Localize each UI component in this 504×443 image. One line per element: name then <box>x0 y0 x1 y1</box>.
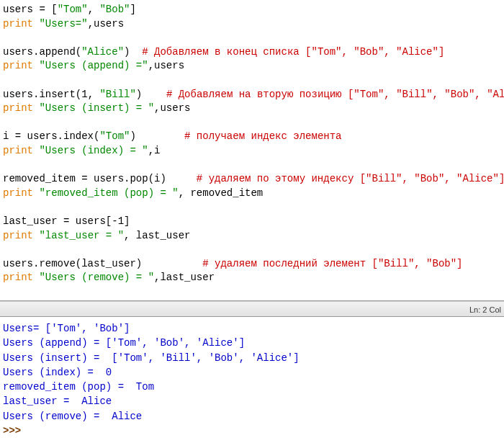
blank-line <box>3 116 501 130</box>
code-text: users = [ <box>3 4 58 15</box>
code-line: users.append("Alice") # Добавляем в коне… <box>3 45 501 60</box>
code-text: ) <box>124 46 142 58</box>
code-text: , <box>88 4 100 15</box>
code-line: print "Users=",users <box>3 17 501 32</box>
shell-prompt[interactable]: >>> <box>3 424 501 438</box>
code-text: ,i <box>148 145 161 156</box>
code-line: users.remove(last_user) # удаляем послед… <box>3 257 501 272</box>
code-line: users = ["Tom", "Bob"] <box>3 3 501 17</box>
blank-line <box>3 200 501 215</box>
code-text: ] <box>130 4 135 15</box>
code-text: users.remove(last_user) <box>3 258 202 269</box>
code-line: i = users.index("Tom") # получаем индекс… <box>3 130 501 144</box>
code-text: ,last_user <box>154 272 215 283</box>
output-line: Users (index) = 0 <box>3 365 501 380</box>
code-text: last_user = users[- <box>3 215 118 227</box>
code-text: users.append( <box>3 46 81 58</box>
code-text: ] <box>124 215 130 227</box>
blank-line <box>3 158 501 173</box>
keyword-print: print <box>3 272 33 283</box>
blank-line <box>3 31 501 45</box>
code-text: removed_item = users.pop(i) <box>3 173 197 184</box>
comment: # удаляем по этому индексу ["Bill", "Bob… <box>197 173 504 184</box>
number-literal: 1 <box>81 89 87 100</box>
code-text: ,users <box>88 18 124 30</box>
code-line: print "Users (remove) = ",last_user <box>3 271 501 285</box>
string-literal: "Bob" <box>99 4 130 15</box>
cursor-position: Ln: 2 Col <box>469 305 501 314</box>
string-literal: "Users (insert) = " <box>39 102 154 114</box>
blank-line <box>3 243 501 257</box>
output-line: Users= ['Tom', 'Bob'] <box>3 321 501 336</box>
code-text: i = users.index( <box>3 130 99 142</box>
code-line: print "Users (insert) = ",users <box>3 102 501 116</box>
keyword-print: print <box>3 18 33 30</box>
code-line: print "Users (index) = ",i <box>3 144 501 158</box>
output-line: Users (remove) = Alice <box>3 409 501 424</box>
comment: # Добавляем на вторую позицию ["Tom", "B… <box>166 89 504 100</box>
keyword-print: print <box>3 102 33 114</box>
comment: # получаем индекс элемента <box>184 130 341 142</box>
status-bar: Ln: 2 Col <box>0 301 504 317</box>
string-literal: "Tom" <box>99 130 130 142</box>
code-text: ,users <box>154 102 190 114</box>
code-text: , last_user <box>124 230 190 241</box>
output-line: Users (insert) = ['Tom', 'Bill', 'Bob', … <box>3 351 501 365</box>
comment: # удаляем последний элемент ["Bill", "Bo… <box>202 258 462 269</box>
code-line: print "removed_item (pop) = ", removed_i… <box>3 187 501 201</box>
keyword-print: print <box>3 145 33 156</box>
code-line: last_user = users[-1] <box>3 215 501 229</box>
keyword-print: print <box>3 230 33 241</box>
keyword-print: print <box>3 187 33 199</box>
code-text: ,users <box>148 60 184 71</box>
code-line: print "Users (append) =",users <box>3 59 501 73</box>
code-text: , <box>88 89 100 100</box>
string-literal: "Users (index) = " <box>39 145 148 156</box>
string-literal: "Users (append) =" <box>39 60 148 71</box>
code-editor-pane[interactable]: users = ["Tom", "Bob"] print "Users=",us… <box>0 0 504 301</box>
string-literal: "removed_item (pop) = " <box>39 187 178 199</box>
code-text: ) <box>130 130 184 142</box>
code-text: , removed_item <box>179 187 264 199</box>
code-text: ) <box>136 89 166 100</box>
number-literal: 1 <box>118 215 124 227</box>
output-line: Users (append) = ['Tom', 'Bob', 'Alice'] <box>3 336 501 350</box>
code-line: removed_item = users.pop(i) # удаляем по… <box>3 172 501 187</box>
string-literal: "Tom" <box>58 4 88 15</box>
string-literal: "Users (remove) = " <box>39 272 154 283</box>
code-line: users.insert(1, "Bill") # Добавляем на в… <box>3 88 501 102</box>
string-literal: "last_user = " <box>39 230 124 241</box>
output-line: removed_item (pop) = Tom <box>3 380 501 394</box>
string-literal: "Users=" <box>39 18 87 30</box>
keyword-print: print <box>3 60 33 71</box>
string-literal: "Alice" <box>81 46 124 58</box>
comment: # Добавляем в конец списка ["Tom", "Bob"… <box>142 46 444 58</box>
code-text: users.insert( <box>3 89 81 100</box>
blank-line <box>3 73 501 88</box>
code-line: print "last_user = ", last_user <box>3 229 501 243</box>
output-line: last_user = Alice <box>3 394 501 408</box>
string-literal: "Bill" <box>99 89 135 100</box>
shell-output-pane[interactable]: Users= ['Tom', 'Bob'] Users (append) = [… <box>0 317 504 443</box>
